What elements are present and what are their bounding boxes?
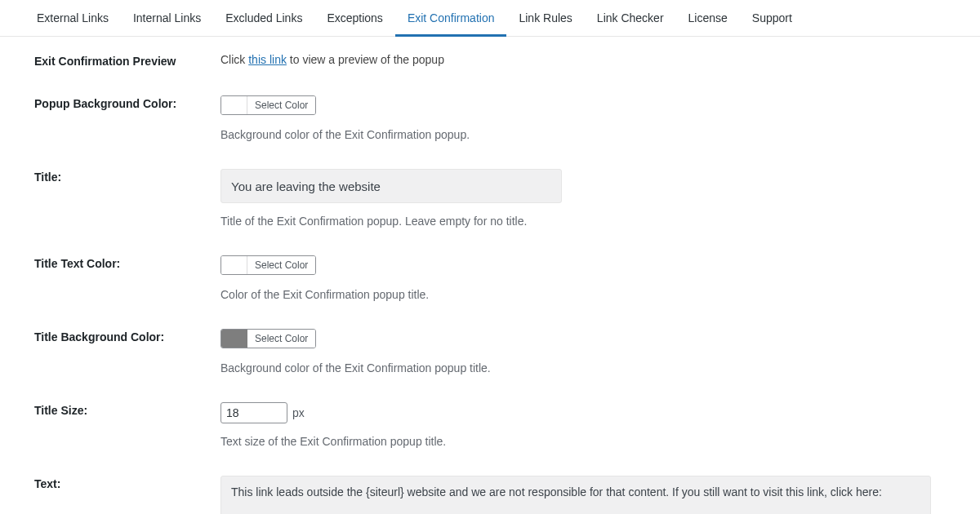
desc-title-bg-color: Background color of the Exit Confirmatio… [220, 361, 946, 374]
title-size-input[interactable] [220, 402, 287, 423]
tab-exit-confirmation[interactable]: Exit Confirmation [395, 2, 507, 36]
swatch-popup-bg [221, 96, 247, 114]
desc-title-text-color: Color of the Exit Confirmation popup tit… [220, 288, 946, 301]
tab-external-links[interactable]: External Links [24, 2, 121, 36]
tab-link-rules[interactable]: Link Rules [506, 2, 584, 36]
swatch-title-bg [221, 330, 247, 348]
label-preview: Exit Confirmation Preview [34, 53, 220, 68]
preview-link[interactable]: this link [248, 53, 287, 66]
label-title-bg-color: Title Background Color: [34, 329, 220, 343]
row-title-text-color: Title Text Color: Select Color Color of … [34, 255, 946, 301]
unit-px: px [292, 406, 305, 419]
label-popup-bg-color: Popup Background Color: [34, 95, 220, 110]
row-title-size: Title Size: px Text size of the Exit Con… [34, 402, 946, 448]
row-title-bg-color: Title Background Color: Select Color Bac… [34, 329, 946, 374]
tab-support[interactable]: Support [740, 2, 804, 36]
label-title-size: Title Size: [34, 402, 220, 417]
select-color-label: Select Color [247, 330, 315, 348]
select-color-label: Select Color [247, 256, 315, 274]
tab-internal-links[interactable]: Internal Links [121, 2, 213, 36]
tabs-nav: External Links Internal Links Excluded L… [0, 2, 980, 37]
label-title: Title: [34, 169, 220, 184]
preview-text: Click this link to view a preview of the… [220, 53, 946, 66]
row-text: Text: Text of the Exit Confirmation popu… [34, 476, 946, 514]
title-input[interactable] [220, 169, 562, 203]
desc-popup-bg-color: Background color of the Exit Confirmatio… [220, 128, 946, 141]
tab-license[interactable]: License [676, 2, 740, 36]
title-bg-color-picker[interactable]: Select Color [220, 329, 316, 348]
row-preview: Exit Confirmation Preview Click this lin… [34, 53, 946, 68]
tab-excluded-links[interactable]: Excluded Links [213, 2, 314, 36]
tab-exceptions[interactable]: Exceptions [314, 2, 394, 36]
select-color-label: Select Color [247, 96, 315, 114]
swatch-title-text [221, 256, 247, 274]
label-text: Text: [34, 476, 220, 490]
popup-bg-color-picker[interactable]: Select Color [220, 95, 316, 115]
tab-link-checker[interactable]: Link Checker [585, 2, 676, 36]
text-textarea[interactable] [220, 476, 931, 514]
row-title: Title: Title of the Exit Confirmation po… [34, 169, 946, 228]
label-title-text-color: Title Text Color: [34, 255, 220, 270]
row-popup-bg-color: Popup Background Color: Select Color Bac… [34, 95, 946, 141]
settings-form: Exit Confirmation Preview Click this lin… [0, 37, 980, 514]
title-text-color-picker[interactable]: Select Color [220, 255, 316, 275]
desc-title-size: Text size of the Exit Confirmation popup… [220, 435, 946, 448]
desc-title: Title of the Exit Confirmation popup. Le… [220, 215, 946, 228]
